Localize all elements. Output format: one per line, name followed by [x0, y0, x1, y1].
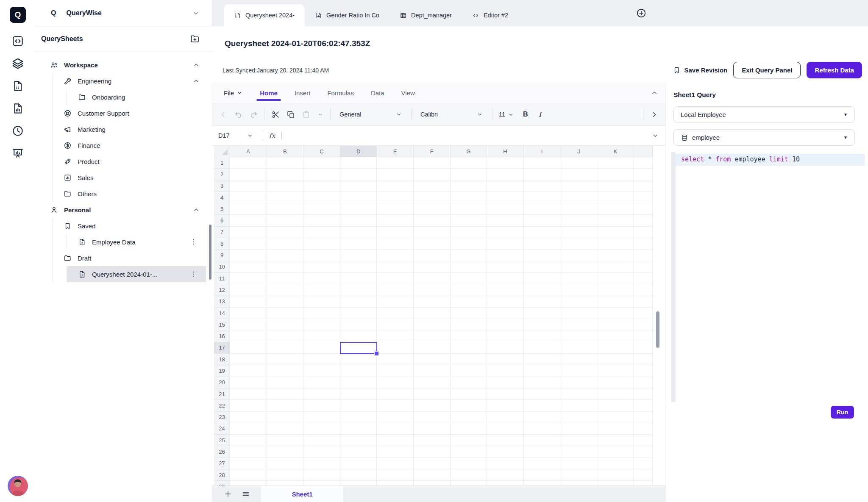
grid-cell-J18[interactable] — [560, 354, 597, 365]
grid-cell-C10[interactable] — [303, 261, 340, 273]
grid-cell-K22[interactable] — [597, 400, 634, 411]
grid-cell-J24[interactable] — [560, 423, 597, 435]
grid-cell-partial[interactable] — [634, 330, 653, 342]
grid-cell-partial[interactable] — [634, 458, 653, 469]
grid-cell-E28[interactable] — [377, 469, 414, 481]
grid-cell-A7[interactable] — [230, 227, 267, 238]
grid-cell-K8[interactable] — [597, 238, 634, 250]
grid-cell-G6[interactable] — [451, 215, 487, 226]
grid-cell-partial[interactable] — [634, 377, 653, 388]
row-header-21[interactable]: 21 — [214, 388, 230, 400]
grid-cell-H15[interactable] — [487, 319, 524, 330]
column-header-partial[interactable] — [634, 146, 653, 157]
grid-cell-K20[interactable] — [597, 377, 634, 388]
grid-cell-H24[interactable] — [487, 423, 524, 435]
font-size-dropdown[interactable]: 11 — [499, 111, 514, 118]
expand-formula-icon[interactable] — [651, 132, 659, 139]
grid-cell-A21[interactable] — [230, 388, 267, 400]
row-header-18[interactable]: 18 — [214, 354, 230, 365]
grid-cell-F20[interactable] — [414, 377, 451, 388]
grid-cell-K16[interactable] — [597, 330, 634, 342]
font-dropdown[interactable]: Calibri — [418, 111, 486, 118]
grid-cell-partial[interactable] — [634, 412, 653, 423]
grid-cell-partial[interactable] — [634, 388, 653, 400]
grid-cell-J27[interactable] — [560, 458, 597, 469]
grid-cell-J1[interactable] — [560, 157, 597, 169]
column-header-I[interactable]: I — [524, 146, 561, 157]
grid-cell-K21[interactable] — [597, 388, 634, 400]
column-header-H[interactable]: H — [487, 146, 524, 157]
grid-cell-B27[interactable] — [267, 458, 304, 469]
grid-cell-E5[interactable] — [377, 203, 414, 215]
grid-cell-J22[interactable] — [560, 400, 597, 411]
grid-cell-K25[interactable] — [597, 435, 634, 446]
grid-cell-B2[interactable] — [267, 169, 304, 180]
grid-cell-K28[interactable] — [597, 469, 634, 481]
grid-cell-H14[interactable] — [487, 308, 524, 319]
kebab-menu-icon[interactable] — [190, 238, 198, 246]
grid-cell-D26[interactable] — [340, 446, 377, 458]
grid-cell-B18[interactable] — [267, 354, 304, 365]
grid-cell-K2[interactable] — [597, 169, 634, 180]
grid-cell-C15[interactable] — [303, 319, 340, 330]
row-header-17[interactable]: 17 — [214, 342, 230, 354]
grid-cell-A5[interactable] — [230, 203, 267, 215]
grid-cell-G2[interactable] — [451, 169, 487, 180]
tree-item-employee-data[interactable]: Employee Data — [36, 234, 212, 250]
paste-icon[interactable] — [302, 110, 311, 119]
grid-cell-G15[interactable] — [451, 319, 487, 330]
grid-cell-C22[interactable] — [303, 400, 340, 411]
grid-cell-B17[interactable] — [267, 342, 304, 354]
tree-item-sales[interactable]: Sales — [36, 169, 212, 186]
grid-cell-H3[interactable] — [487, 180, 524, 192]
grid-cell-partial[interactable] — [634, 273, 653, 284]
grid-cell-J8[interactable] — [560, 238, 597, 250]
grid-cell-F24[interactable] — [414, 423, 451, 435]
grid-cell-H17[interactable] — [487, 342, 524, 354]
connection-dropdown[interactable]: Local Employee ▼ — [673, 106, 855, 123]
grid-cell-F3[interactable] — [414, 180, 451, 192]
add-sheet-icon[interactable] — [224, 490, 232, 498]
grid-cell-K10[interactable] — [597, 261, 634, 273]
row-header-14[interactable]: 14 — [214, 308, 230, 319]
grid-cell-E16[interactable] — [377, 330, 414, 342]
grid-cell-J12[interactable] — [560, 284, 597, 296]
grid-cell-partial[interactable] — [634, 180, 653, 192]
new-folder-icon[interactable] — [190, 34, 200, 44]
grid-cell-A25[interactable] — [230, 435, 267, 446]
grid-cell-partial[interactable] — [634, 261, 653, 273]
italic-button[interactable]: I — [537, 111, 543, 119]
grid-cell-C20[interactable] — [303, 377, 340, 388]
fill-handle[interactable] — [374, 351, 379, 356]
grid-cell-D16[interactable] — [340, 330, 377, 342]
grid-cell-I23[interactable] — [524, 412, 561, 423]
table-dropdown[interactable]: employee ▼ — [673, 129, 855, 146]
grid-cell-F15[interactable] — [414, 319, 451, 330]
grid-cell-G3[interactable] — [451, 180, 487, 192]
grid-cell-partial[interactable] — [634, 308, 653, 319]
grid-cell-C8[interactable] — [303, 238, 340, 250]
grid-cell-C23[interactable] — [303, 412, 340, 423]
grid-cell-G13[interactable] — [451, 296, 487, 308]
grid-cell-E9[interactable] — [377, 250, 414, 261]
grid-cell-partial[interactable] — [634, 423, 653, 435]
grid-cell-G11[interactable] — [451, 273, 487, 284]
grid-cell-K5[interactable] — [597, 203, 634, 215]
tree-item-saved[interactable]: Saved — [36, 218, 212, 234]
grid-cell-H2[interactable] — [487, 169, 524, 180]
grid-cell-A17[interactable] — [230, 342, 267, 354]
grid-cell-B5[interactable] — [267, 203, 304, 215]
grid-cell-D12[interactable] — [340, 284, 377, 296]
selected-cell-D17[interactable] — [340, 342, 378, 354]
grid-cell-B21[interactable] — [267, 388, 304, 400]
grid-cell-H16[interactable] — [487, 330, 524, 342]
grid-cell-A23[interactable] — [230, 412, 267, 423]
row-header-3[interactable]: 3 — [214, 180, 230, 192]
grid-cell-C26[interactable] — [303, 446, 340, 458]
tree-item-customer-support[interactable]: Customer Support — [36, 105, 212, 121]
grid-cell-E26[interactable] — [377, 446, 414, 458]
column-header-F[interactable]: F — [414, 146, 451, 157]
grid-cell-E8[interactable] — [377, 238, 414, 250]
grid-cell-J25[interactable] — [560, 435, 597, 446]
grid-cell-H18[interactable] — [487, 354, 524, 365]
